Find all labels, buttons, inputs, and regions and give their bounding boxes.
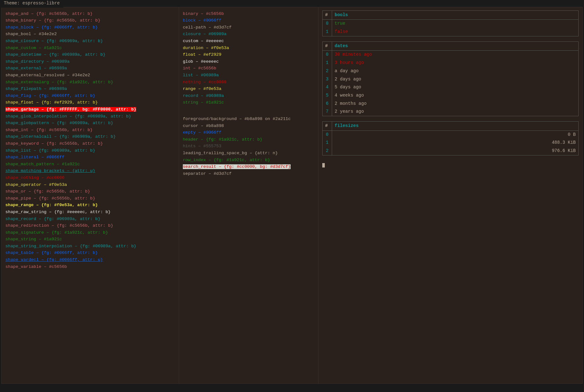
list-item: range – #f0e53a <box>183 85 314 92</box>
table-row: 45 days ago <box>323 83 579 92</box>
list-item: shape_and – {fg: #c5656b, attr: b} <box>5 10 175 17</box>
row-value: 488.3 KiB <box>332 139 579 147</box>
row-index: 3 <box>323 75 332 84</box>
col-hash: # <box>323 121 332 130</box>
table-row: 1488.3 KiB <box>323 139 579 147</box>
row-index: 0 <box>323 130 332 139</box>
list-item: shape_raw_string – {fg: #eeeeec, attr: b… <box>5 209 175 216</box>
list-item: shape_bool – #34e2e2 <box>5 31 175 38</box>
table-row: 00 B <box>323 130 579 139</box>
table-row: 2976.6 KiB <box>323 147 579 155</box>
list-item: list – #06989a <box>183 72 314 79</box>
row-value: 3 hours ago <box>332 59 579 67</box>
row-value: 4 weeks ago <box>332 92 579 100</box>
row-index: 4 <box>323 83 332 92</box>
list-item: shape_directory – #06989a <box>5 58 175 65</box>
table-row: 62 months ago <box>323 100 579 108</box>
list-item: shape_datetime – {fg: #06989a, attr: b} <box>5 51 175 58</box>
col-hash: # <box>323 10 332 20</box>
list-item: shape_custom – #1a921c <box>5 45 175 52</box>
row-value: 976.6 KiB <box>332 147 579 155</box>
list-item: record – #06989a <box>183 92 314 99</box>
list-item: closure – #06989a <box>183 31 314 38</box>
list-item: duration – #f0e53a <box>183 45 314 52</box>
list-item: shape_match_pattern – #1a921c <box>5 161 175 168</box>
col-label: dates <box>332 41 579 51</box>
row-value: 2 years ago <box>332 108 579 116</box>
row-value: false <box>332 28 579 36</box>
list-item: float – #ef2929 <box>183 51 314 58</box>
list-item: separator – #d3d7cf <box>183 170 314 177</box>
middle-column: binary – #c5656bblock – #0066ffcell-path… <box>179 7 318 383</box>
row-value: true <box>332 20 579 28</box>
list-item: shape_vardecl – {fg: #0066ff, attr: u} <box>5 256 175 263</box>
list-item: custom – #eeeeec <box>183 38 314 45</box>
list-item: shape_external – #06989a <box>5 65 175 72</box>
list-item: shape_string_interpolation – {fg: #06989… <box>5 243 175 250</box>
table-row: 030 minutes ago <box>323 51 579 59</box>
list-item: shape_closure – {fg: #06989a, attr: b} <box>5 38 175 45</box>
list-item: shape_externalarg – {fg: #1a921c, attr: … <box>5 79 175 86</box>
list-item: shape_record – {fg: #06989a, attr: b} <box>5 216 175 223</box>
list-item: shape_glob_interpolation – {fg: #06989a,… <box>5 113 175 120</box>
table-row: 13 hours ago <box>323 59 579 67</box>
table-row: 54 weeks ago <box>323 92 579 100</box>
col-hash: # <box>323 41 332 51</box>
list-item: shape_int – {fg: #c5656b, attr: b} <box>5 127 175 134</box>
list-item: nothing – #cc0000 <box>183 79 314 86</box>
row-index: 1 <box>323 28 332 36</box>
list-item: shape_operator – #f0e53a <box>5 181 175 188</box>
list-item: shape_pipe – {fg: #c5656b, attr: b} <box>5 195 175 202</box>
table-row: 1false <box>323 28 579 36</box>
list-item: shape_globpattern – {fg: #06989a, attr: … <box>5 120 175 127</box>
main-container: shape_and – {fg: #c5656b, attr: b}shape_… <box>1 7 583 384</box>
list-item: header – {fg: #1a921c, attr: b} <box>183 136 314 143</box>
row-index: 1 <box>323 59 332 67</box>
left-column: shape_and – {fg: #c5656b, attr: b}shape_… <box>2 7 179 383</box>
row-index: 1 <box>323 139 332 147</box>
col-label: filesizes <box>332 121 579 130</box>
list-item: shape_literal – #0066ff <box>5 154 175 161</box>
list-item: shape_filepath – #06989a <box>5 85 175 92</box>
panel-table-filesizes: #filesizes00 B1488.3 KiB2976.6 KiB <box>322 121 579 155</box>
title-text: Theme: espresso-libre <box>0 0 63 8</box>
list-item: search_result – {fg: #cc0000, bg: #d3d7c… <box>183 163 314 170</box>
row-index: 6 <box>323 100 332 108</box>
list-item: shape_variable – #c5656b <box>5 263 175 270</box>
list-item: shape_nothing – #cc0000 <box>5 174 175 181</box>
list-item: cursor – #b8a898 <box>183 123 314 130</box>
list-item: int – #c5656b <box>183 65 314 72</box>
cursor <box>322 163 325 168</box>
panel-table-dates: #dates030 minutes ago13 hours ago2a day … <box>322 41 579 116</box>
list-item: shape_internalcall – {fg: #06989a, attr:… <box>5 133 175 140</box>
table-row: 32 days ago <box>323 75 579 84</box>
row-value: 0 B <box>332 130 579 139</box>
list-item: hints – #555753 <box>183 143 314 150</box>
list-item: shape_range – {fg: #f0e53a, attr: b} <box>5 202 175 209</box>
list-item: shape_binary – {fg: #c5656b, attr: b} <box>5 17 175 24</box>
list-item: shape_block – {fg: #0066ff, attr: b} <box>5 24 175 31</box>
row-index: 0 <box>323 51 332 59</box>
right-column: #bools0true1false#dates030 minutes ago13… <box>318 7 582 383</box>
list-item: shape_signature – {fg: #1a921c, attr: b} <box>5 229 175 236</box>
list-item: string – #1a921c <box>183 99 314 106</box>
list-item: shape_keyword – {fg: #c5656b, attr: b} <box>5 140 175 147</box>
list-item: foreground/background – #b8a898 on #2a21… <box>183 116 314 123</box>
row-index: 7 <box>323 108 332 116</box>
list-item: shape_list – {fg: #06989a, attr: b} <box>5 147 175 154</box>
list-item: cell-path – #d3d7cf <box>183 24 314 31</box>
row-value: 2 days ago <box>332 75 579 84</box>
row-index: 0 <box>323 20 332 28</box>
list-item: shape_flag – {fg: #0066ff, attr: b} <box>5 92 175 99</box>
row-value: 5 days ago <box>332 83 579 92</box>
row-index: 2 <box>323 67 332 75</box>
list-item: shape_external_resolved – #34e2e2 <box>5 72 175 79</box>
list-item: glob – #eeeeec <box>183 58 314 65</box>
table-row: 2a day ago <box>323 67 579 75</box>
list-item: shape_redirection – {fg: #c5656b, attr: … <box>5 222 175 229</box>
row-value: a day ago <box>332 67 579 75</box>
table-row: 72 years ago <box>323 108 579 116</box>
list-item: empty – #0066ff <box>183 129 314 136</box>
list-item: shape_table – {fg: #0066ff, attr: b} <box>5 250 175 256</box>
list-item: binary – #c5656b <box>183 10 314 17</box>
